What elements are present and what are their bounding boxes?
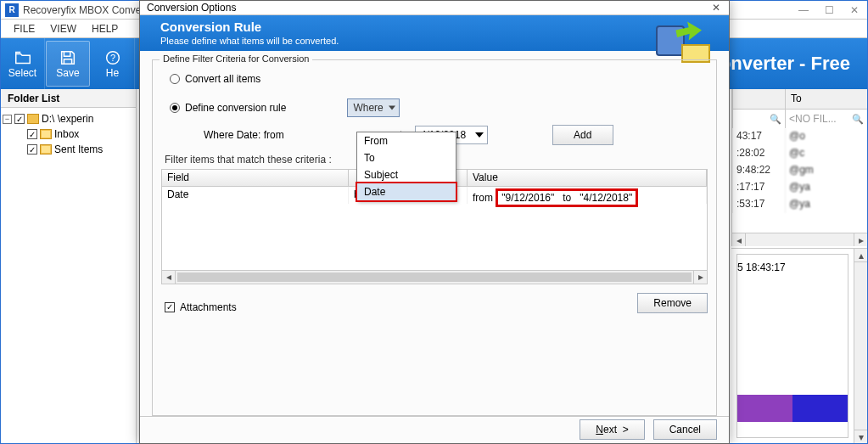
tree-item-sent[interactable]: ✓ Sent Items: [3, 142, 134, 157]
dialog-footer: Next > Cancel: [140, 416, 729, 443]
cell-value: from "9/12/2016" to "4/12/2018": [468, 187, 707, 204]
scroll-left-icon[interactable]: ◂: [162, 271, 176, 284]
col-value[interactable]: Value: [468, 170, 707, 186]
svg-text:?: ?: [109, 53, 115, 63]
close-button[interactable]: ✕: [842, 1, 867, 20]
folder-tree: − ✓ D:\ \experin ✓ Inbox ✓ Sent Items: [1, 108, 136, 160]
help-tool-button[interactable]: ? He: [91, 38, 135, 89]
app-title: Recoveryfix MBOX Conve: [23, 4, 141, 16]
conversion-options-dialog: Conversion Options ✕ Conversion Rule Ple…: [139, 0, 730, 444]
mail-row[interactable]: :53:17@ya: [732, 196, 867, 213]
dialog-body: Define Filter Criteria for Conversion Co…: [140, 51, 729, 416]
dialog-title-bar: Conversion Options ✕: [140, 1, 729, 15]
attachments-label: Attachments: [180, 301, 237, 313]
scroll-down-icon[interactable]: ▾: [854, 430, 867, 443]
mail-filter-row: 🔍 <NO FIL...🔍: [732, 110, 867, 128]
radio-define-rule[interactable]: Define conversion rule Where: [170, 98, 708, 118]
radio-icon[interactable]: [170, 74, 180, 84]
brand-text: Converter - Free: [706, 38, 867, 89]
folder-list-panel: Folder List − ✓ D:\ \experin ✓ Inbox: [1, 89, 137, 443]
preview-colorbar: [737, 395, 848, 422]
dropdown-option-date[interactable]: Date: [356, 182, 457, 202]
preview-scrollbar-v[interactable]: ▴ ▾: [854, 249, 867, 443]
scroll-up-icon[interactable]: ▴: [854, 249, 867, 262]
filter-placeholder: <NO FIL...: [789, 113, 837, 125]
search-icon[interactable]: 🔍: [852, 114, 864, 125]
caret-down-icon: [475, 132, 484, 138]
scroll-right-icon[interactable]: ▸: [854, 233, 867, 246]
root-checkbox[interactable]: ✓: [14, 114, 25, 124]
scroll-left-icon[interactable]: ◂: [732, 233, 746, 246]
remove-button[interactable]: Remove: [637, 293, 708, 313]
collapse-icon[interactable]: −: [3, 115, 12, 124]
attachments-checkbox[interactable]: ✓: [165, 302, 175, 312]
mail-row[interactable]: :28:02@c: [732, 145, 867, 162]
dropdown-option-to[interactable]: To: [357, 149, 456, 166]
where-dropdown-menu: From To Subject Date: [356, 132, 456, 201]
filter-cell-to[interactable]: <NO FIL...🔍: [785, 110, 867, 128]
mailbox-icon: [40, 129, 52, 139]
radio-rule-label: Define conversion rule: [185, 102, 286, 114]
dropdown-option-from[interactable]: From: [357, 132, 456, 149]
folder-icon: [27, 114, 39, 124]
where-dropdown-button[interactable]: Where: [347, 98, 399, 117]
radio-icon[interactable]: [170, 103, 180, 113]
mail-row[interactable]: 9:48:22@gm: [732, 162, 867, 179]
inbox-label: Inbox: [54, 128, 79, 140]
value-highlight: "9/12/2016" to "4/12/2018": [496, 188, 638, 207]
banner-subtitle: Please define what items will be convert…: [160, 36, 339, 46]
cancel-button[interactable]: Cancel: [653, 419, 717, 440]
tree-root[interactable]: − ✓ D:\ \experin: [3, 111, 134, 126]
root-label: D:\ \experin: [42, 113, 93, 125]
mail-scrollbar-h[interactable]: ◂ ▸: [732, 233, 867, 246]
help-icon: ?: [102, 48, 124, 67]
preview-pane: 5 18:43:17 ▴ ▾: [731, 248, 867, 443]
dropdown-option-subject[interactable]: Subject: [357, 166, 456, 183]
add-button[interactable]: Add: [552, 125, 613, 145]
save-label: Save: [56, 67, 79, 79]
save-icon: [57, 48, 79, 67]
dialog-banner: Conversion Rule Please define what items…: [140, 15, 729, 51]
search-icon[interactable]: 🔍: [770, 114, 781, 125]
attachments-row[interactable]: ✓ Attachments: [165, 301, 237, 313]
mail-row[interactable]: :17:17@ya: [732, 179, 867, 196]
maximize-button[interactable]: ☐: [816, 1, 842, 20]
menu-file[interactable]: FILE: [14, 23, 35, 35]
radio-convert-all[interactable]: Convert all items: [170, 69, 708, 89]
radio-all-label: Convert all items: [185, 73, 260, 85]
cell-field: Date: [162, 187, 349, 204]
menu-view[interactable]: VIEW: [50, 23, 76, 35]
menu-help[interactable]: HELP: [92, 23, 118, 35]
mail-rows: 43:17@o :28:02@c 9:48:22@gm :17:17@ya :5…: [732, 128, 867, 213]
sent-label: Sent Items: [54, 143, 103, 155]
folder-list-title: Folder List: [1, 89, 136, 108]
select-tool-button[interactable]: Select: [1, 38, 45, 89]
caret-down-icon: [389, 105, 395, 110]
dialog-close-button[interactable]: ✕: [703, 2, 729, 14]
filter-cell-time[interactable]: 🔍: [732, 110, 785, 128]
col-field[interactable]: Field: [162, 170, 349, 186]
save-tool-button[interactable]: Save: [46, 41, 90, 87]
minimize-button[interactable]: —: [791, 1, 816, 20]
filter-criteria-group: Define Filter Criteria for Conversion Co…: [152, 59, 717, 416]
where-dropdown-label: Where: [353, 102, 383, 114]
group-legend: Define Filter Criteria for Conversion: [160, 53, 312, 64]
dialog-title: Conversion Options: [147, 2, 236, 14]
window-controls: — ☐ ✕: [791, 1, 867, 20]
sent-checkbox[interactable]: ✓: [27, 144, 37, 155]
preview-date: 5 18:43:17: [737, 261, 786, 273]
mail-row[interactable]: 43:17@o: [732, 128, 867, 145]
app-icon: R: [5, 3, 19, 17]
mailbox-icon: [40, 144, 52, 155]
banner-title: Conversion Rule: [160, 20, 339, 34]
inbox-checkbox[interactable]: ✓: [27, 129, 37, 139]
scroll-right-icon[interactable]: ▸: [693, 271, 707, 284]
where-text: Where Date: from: [204, 129, 284, 141]
folder-open-icon: [12, 48, 34, 67]
tree-item-inbox[interactable]: ✓ Inbox: [3, 126, 134, 142]
next-button[interactable]: Next >: [580, 419, 644, 440]
mail-column-header: To: [732, 89, 867, 110]
col-to[interactable]: To: [785, 89, 867, 109]
select-label: Select: [8, 67, 36, 79]
criteria-scrollbar-h[interactable]: ◂ ▸: [162, 270, 707, 284]
